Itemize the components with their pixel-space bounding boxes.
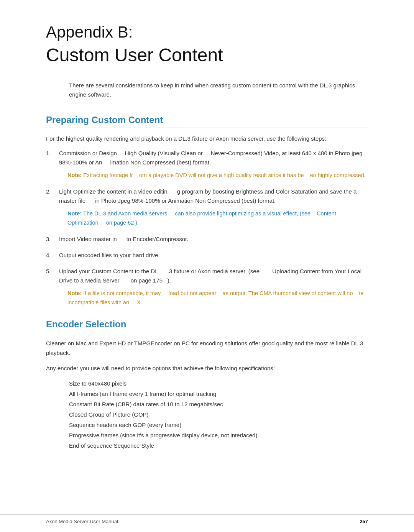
footer-left: Axon Media Server User Manual [46,519,118,524]
list-text: Output encoded files to your hard drive. [59,251,368,260]
specs-list: Size to 640x480 pixels All I-frames (an … [46,378,368,451]
list-item: 1. Commission or Design High Quality (Vi… [46,149,368,180]
note-block-5: Note: If a file is not compatible, it ma… [46,289,368,307]
list-item: 3. Import Video master in to Encoder/Com… [46,235,368,244]
spec-item: All I-frames (an I frame every 1 frame) … [69,389,368,399]
spec-item: End of sequence Sequence Style [69,440,368,451]
encoder-para1: Cleaner on Mac and Expert HD or TMPGEnco… [46,338,368,358]
appendix-label: Appendix B: [46,23,368,41]
list-text: Light Optimize the content in a video ed… [59,187,368,205]
note-label-2: Note: [67,210,83,217]
list-text: Upload your Custom Content to the DL .3 … [59,267,368,285]
footer: Axon Media Server User Manual 257 [0,514,414,524]
spec-item: Constant Bit Rate (CBR) data rates of 10… [69,399,368,409]
list-text: Commission or Design High Quality (Visua… [59,149,368,167]
list-num: 1. [46,149,57,167]
list-item: 5. Upload your Custom Content to the DL … [46,267,368,307]
section1-heading: Preparing Custom Content [46,115,368,128]
intro-text: There are several considerations to keep… [46,81,368,99]
steps-list: 1. Commission or Design High Quality (Vi… [46,149,368,307]
list-num: 5. [46,267,57,285]
list-item: 2. Light Optimize the content in a video… [46,187,368,228]
note-block-2: Note: The DL.3 and Axon media servers ca… [46,209,368,228]
note-block-1: Note: Extracting footage fr om a playabl… [46,171,368,180]
list-num: 4. [46,251,57,260]
chapter-title: Custom User Content [46,44,368,66]
note-text-2: The DL.3 and Axon media servers can also… [67,210,336,226]
page-container: Appendix B: Custom User Content There ar… [0,0,414,481]
note-text-5: If a file is not compatible, it may load… [67,290,364,305]
list-item: 4. Output encoded files to your hard dri… [46,251,368,260]
section2-heading: Encoder Selection [46,319,368,332]
list-text: Import Video master in to Encoder/Compre… [59,235,368,244]
encoder-content: Cleaner on Mac and Expert HD or TMPGEnco… [46,338,368,451]
encoder-para2: Any encoder you use will need to provide… [46,363,368,373]
spec-item: Size to 640x480 pixels [69,378,368,389]
list-num: 3. [46,235,57,244]
spec-item: Closed Group of Picture (GOP) [69,409,368,420]
section1-content: For the highest quality rendering and pl… [46,134,368,307]
list-num: 2. [46,187,57,205]
note-label-5: Note: [67,290,83,296]
note-text-1: Extracting footage fr om a playable DVD … [83,172,366,178]
spec-item: Sequence headers each GOP (every frame) [69,420,368,430]
spec-item: Progressive frames (since it's a progres… [69,430,368,440]
note-label-1: Note: [67,172,83,178]
footer-page-number: 257 [360,519,368,524]
section1-lead: For the highest quality rendering and pl… [46,134,368,143]
